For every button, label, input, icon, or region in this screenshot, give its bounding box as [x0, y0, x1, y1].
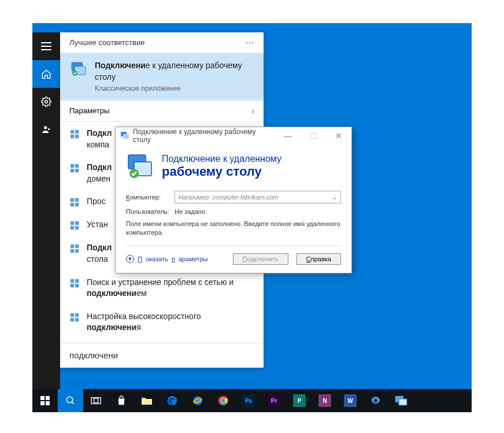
search-input[interactable]: [69, 350, 254, 360]
dropdown-icon: ⌄: [332, 194, 337, 201]
settings-item-icon: [69, 129, 80, 139]
svg-line-47: [72, 402, 74, 404]
rdp-title-text: Подключение к удаленному рабочему столу: [133, 128, 275, 144]
rdp-hint: Поле имени компьютера не заполнено. Введ…: [126, 220, 341, 238]
svg-rect-11: [71, 169, 74, 172]
taskbar: Ps Pr P N W: [32, 389, 472, 412]
svg-rect-25: [71, 279, 74, 282]
chevron-right-icon: ›: [251, 106, 254, 116]
svg-rect-44: [40, 401, 45, 405]
start-button[interactable]: [32, 389, 58, 412]
rdp-titlebar[interactable]: Подключение к удаленному рабочему столу …: [116, 127, 351, 145]
computer-placeholder: Например: computer.fabrikam.com: [179, 194, 279, 201]
svg-rect-10: [75, 164, 79, 168]
svg-rect-19: [71, 226, 74, 230]
svg-rect-31: [71, 318, 74, 321]
svg-rect-7: [71, 135, 74, 138]
svg-point-1: [44, 126, 47, 129]
best-match-header: Лучшее соответствие ⋯: [60, 32, 264, 53]
svg-rect-45: [46, 401, 50, 405]
search-input-row: [60, 343, 264, 368]
svg-rect-5: [71, 130, 74, 134]
show-options-link[interactable]: ▼ Показать параметры: [126, 255, 207, 263]
publisher-icon[interactable]: P: [287, 389, 312, 412]
onenote-icon[interactable]: N: [312, 389, 338, 412]
svg-rect-18: [75, 221, 79, 225]
taskview-button[interactable]: [83, 389, 109, 412]
svg-rect-24: [75, 249, 79, 253]
svg-rect-61: [399, 399, 407, 405]
best-match-header-label: Лучшее соответствие: [69, 38, 144, 47]
svg-point-59: [375, 399, 377, 402]
chevron-down-icon: ▼: [126, 255, 134, 263]
premiere-icon[interactable]: Pr: [261, 389, 287, 412]
svg-rect-43: [46, 396, 50, 400]
gear-icon[interactable]: [32, 88, 60, 116]
params-header[interactable]: Параметры ›: [60, 101, 264, 122]
svg-rect-27: [71, 283, 74, 287]
minimize-button[interactable]: —: [275, 127, 301, 145]
chrome-icon[interactable]: [210, 389, 236, 412]
edge-icon[interactable]: [160, 389, 185, 412]
svg-rect-26: [75, 279, 79, 282]
ie-icon[interactable]: [185, 389, 210, 412]
settings-item-icon: [69, 278, 80, 288]
svg-rect-8: [75, 135, 79, 138]
settings-item-icon: [69, 197, 80, 208]
settings-item-icon: [69, 312, 80, 323]
svg-point-58: [221, 399, 225, 403]
rdp-window: Подключение к удаленному рабочему столу …: [115, 127, 352, 273]
best-match-text: Подключение к удаленному рабочему столу …: [95, 60, 254, 94]
result-item[interactable]: Настройка высокоскоростного подключения: [60, 305, 264, 339]
rdp-header-line1: Подключение к удаленному: [162, 154, 281, 164]
rdp-body: Компьютер: Например: computer.fabrikam.c…: [116, 186, 351, 273]
svg-rect-13: [71, 198, 74, 202]
start-rail: [32, 32, 60, 391]
settings-item-icon: [69, 220, 80, 231]
word-icon[interactable]: W: [338, 389, 363, 412]
rdp-title-icon: [120, 131, 129, 140]
hamburger-icon[interactable]: [32, 32, 60, 60]
rdp-app-icon: [69, 60, 88, 79]
store-taskbar-icon[interactable]: [109, 389, 134, 412]
rdp-taskbar-icon[interactable]: [388, 389, 414, 412]
svg-rect-38: [123, 134, 129, 139]
svg-rect-23: [71, 249, 74, 253]
rdp-header-icon: [126, 153, 154, 180]
settings-taskbar-icon[interactable]: [363, 389, 388, 412]
svg-rect-50: [142, 399, 152, 405]
more-icon[interactable]: ⋯: [245, 37, 254, 48]
rdp-header: Подключение к удаленному рабочему столу: [116, 145, 351, 186]
connect-button[interactable]: Подключить: [233, 253, 288, 265]
settings-item-icon: [69, 163, 80, 173]
svg-rect-49: [94, 398, 98, 402]
rdp-header-line2: рабочему столу: [162, 164, 281, 179]
help-button[interactable]: Справка: [297, 253, 341, 265]
params-header-label: Параметры: [69, 106, 109, 115]
photoshop-icon[interactable]: Ps: [236, 389, 261, 412]
result-item[interactable]: Поиск и устранение проблем с сетью и под…: [60, 271, 264, 305]
home-icon[interactable]: [32, 60, 60, 88]
svg-rect-28: [75, 283, 79, 287]
svg-rect-14: [75, 198, 79, 202]
svg-rect-30: [75, 313, 79, 317]
svg-rect-17: [71, 221, 74, 225]
svg-point-0: [45, 101, 48, 103]
computer-combobox[interactable]: Например: computer.fabrikam.com ⌄: [175, 191, 341, 203]
file-explorer-icon[interactable]: [134, 389, 160, 412]
svg-rect-15: [71, 203, 74, 206]
svg-rect-16: [75, 203, 79, 206]
close-button[interactable]: ✕: [326, 127, 351, 145]
maximize-button[interactable]: ☐: [301, 127, 326, 145]
search-taskbar-button[interactable]: [58, 389, 83, 412]
settings-item-icon: [69, 243, 80, 254]
svg-rect-21: [71, 245, 74, 248]
svg-rect-42: [40, 396, 45, 400]
svg-point-46: [66, 397, 73, 403]
user-label: Пользователь:: [126, 208, 168, 215]
best-match-item[interactable]: Подключение к удаленному рабочему столу …: [60, 53, 264, 101]
user-value: Не задано: [175, 208, 205, 215]
person-icon[interactable]: [32, 116, 60, 143]
svg-rect-29: [71, 313, 74, 317]
svg-rect-12: [75, 169, 79, 172]
